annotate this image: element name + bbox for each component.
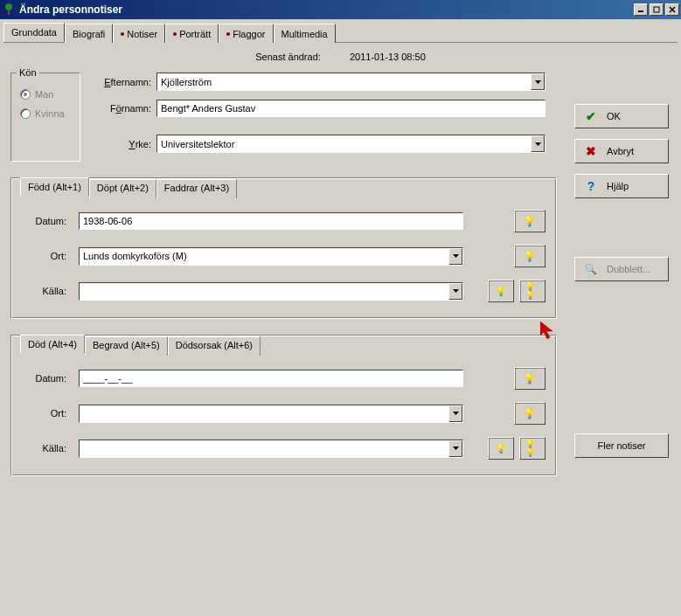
surname-input[interactable] [157,73,531,90]
subtab-begravd[interactable]: Begravd (Alt+5) [85,336,168,356]
svg-marker-10 [453,412,459,415]
radio-icon [20,89,31,100]
tab-notiser[interactable]: Notiser [113,24,165,43]
svg-point-0 [5,3,12,10]
birth-subtabs: Född (Alt+1) Döpt (Alt+2) Faddrar (Alt+3… [20,177,545,197]
window-title: Ändra personnotiser [19,3,634,16]
bulb-icon: 💡 [524,216,536,227]
birth-source-combo[interactable] [79,282,463,301]
help-button[interactable]: ? Hjälp [574,174,669,198]
bulb-icon: 💡 [496,287,506,296]
tab-biografi[interactable]: Biografi [65,24,113,43]
occupation-combo[interactable] [156,135,545,153]
tab-grunddata[interactable]: Grunddata [3,23,65,42]
death-source-combo[interactable] [79,440,463,458]
bulb-icon: 💡 [524,408,536,419]
radio-man[interactable]: Man [20,89,71,100]
main-tabs: Grunddata Biografi Notiser Porträtt Flag… [3,23,678,43]
app-icon [2,3,16,17]
dropdown-button[interactable] [448,248,462,265]
birth-source-hint2-button[interactable]: 💡💡 [519,280,545,302]
svg-marker-9 [453,289,459,293]
dropdown-button[interactable] [531,73,545,90]
gender-group: Kön Man Kvinna [10,73,80,162]
birth-source-input[interactable] [80,283,448,300]
maximize-button[interactable] [650,3,664,16]
death-place-input[interactable] [80,405,448,422]
close-button[interactable] [665,3,679,16]
dot-icon [121,32,124,36]
dot-icon [226,32,230,36]
subtab-dodsorsak[interactable]: Dödsorsak (Alt+6) [168,336,261,356]
occupation-label: Yrke: [91,139,156,149]
cross-icon: ✖ [584,144,598,158]
double-bulb-icon: 💡💡 [525,440,539,457]
last-modified: Senast ändrad: 2011-01-13 08:50 [10,52,671,62]
dropdown-button[interactable] [531,135,545,152]
death-source-hint-button[interactable]: 💡 [488,437,514,460]
surname-combo[interactable] [156,73,545,91]
svg-marker-6 [535,80,541,84]
death-panel: Död (Alt+4) Begravd (Alt+5) Dödsorsak (A… [10,335,557,476]
check-icon: ✔ [584,109,598,123]
bulb-icon: 💡 [496,444,506,453]
firstname-input[interactable] [156,100,545,117]
firstname-label: Förnamn: [91,103,156,114]
birth-place-input[interactable] [80,248,448,265]
dropdown-button[interactable] [448,440,462,457]
birth-date-label: Datum: [22,216,70,226]
death-place-label: Ort: [22,408,70,419]
birth-date-input[interactable] [79,212,463,230]
death-subtabs: Död (Alt+4) Begravd (Alt+5) Dödsorsak (A… [20,335,545,354]
radio-icon [20,108,31,119]
bulb-on-icon: 💡 [524,251,536,262]
double-bulb-icon: 💡💡 [525,282,539,300]
birth-date-hint-button[interactable]: 💡 [514,210,545,232]
subtab-faddrar[interactable]: Faddrar (Alt+3) [156,179,237,198]
ok-button[interactable]: ✔ OK [574,104,669,128]
subtab-dod[interactable]: Död (Alt+4) [20,335,85,354]
death-source-hint2-button[interactable]: 💡💡 [519,437,545,460]
cancel-button[interactable]: ✖ Avbryt [574,139,669,163]
svg-rect-3 [654,7,659,12]
death-date-input[interactable] [79,370,463,387]
death-source-label: Källa: [22,443,70,453]
birth-source-label: Källa: [22,286,70,296]
subtab-dopt[interactable]: Döpt (Alt+2) [89,179,156,198]
svg-marker-8 [453,254,459,258]
occupation-input[interactable] [157,135,531,152]
birth-place-hint-button[interactable]: 💡 [514,245,545,267]
gender-legend: Kön [17,67,39,78]
death-place-combo[interactable] [79,405,463,423]
svg-marker-11 [453,446,459,450]
radio-kvinna[interactable]: Kvinna [20,108,71,119]
birth-place-combo[interactable] [79,247,463,266]
tab-flaggor[interactable]: Flaggor [219,24,273,43]
dot-icon [173,32,177,36]
death-date-hint-button[interactable]: 💡 [514,367,545,390]
tab-multimedia[interactable]: Multimedia [274,24,336,43]
dropdown-button[interactable] [448,283,462,300]
minimize-button[interactable] [634,3,648,16]
svg-marker-7 [535,142,541,146]
bulb-icon: 💡 [524,373,536,384]
birth-source-hint-button[interactable]: 💡 [488,280,514,302]
birth-panel: Född (Alt+1) Döpt (Alt+2) Faddrar (Alt+3… [10,177,557,319]
death-place-hint-button[interactable]: 💡 [514,402,545,425]
subtab-fodd[interactable]: Född (Alt+1) [20,177,89,197]
svg-rect-1 [8,10,10,15]
birth-place-label: Ort: [22,251,70,261]
death-date-label: Datum: [22,373,70,384]
tab-portratt[interactable]: Porträtt [165,24,219,43]
binoculars-icon: 🔍 [584,264,598,275]
death-source-input[interactable] [80,440,448,457]
titlebar: Ändra personnotiser [0,0,681,19]
dropdown-button[interactable] [448,405,462,422]
surname-label: Efternamn: [91,77,156,87]
question-icon: ? [584,179,598,193]
duplicate-button[interactable]: 🔍 Dubblett... [574,257,669,281]
more-notes-button[interactable]: Fler notiser [574,433,669,458]
